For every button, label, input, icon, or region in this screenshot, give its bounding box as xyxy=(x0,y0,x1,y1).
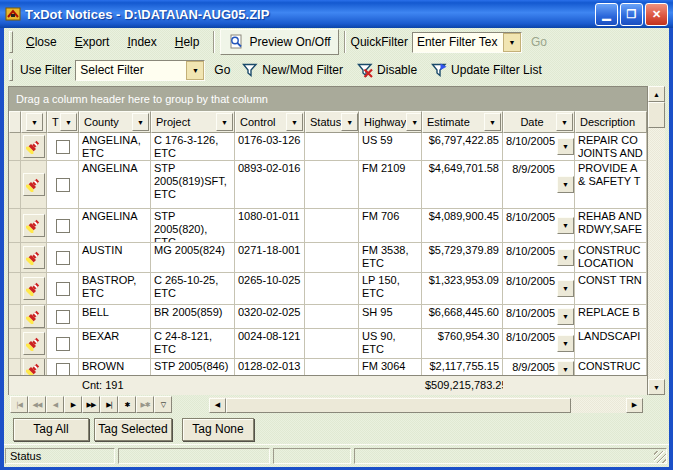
horizontal-scrollbar[interactable]: ◀ ▶ xyxy=(209,397,643,413)
date-dropdown-button[interactable]: ▼ xyxy=(557,335,574,352)
quickfilter-go-button[interactable]: Go xyxy=(531,35,547,49)
header-control[interactable]: Control▼ xyxy=(235,111,305,133)
header-highway[interactable]: Highway▼ xyxy=(359,111,422,133)
scroll-down-icon[interactable]: ▼ xyxy=(648,379,665,395)
update-filter-list-button[interactable]: Update Filter List xyxy=(431,62,542,78)
view-notice-button[interactable] xyxy=(23,305,45,328)
view-notice-button[interactable] xyxy=(23,214,45,237)
view-notice-button[interactable] xyxy=(23,359,45,375)
tag-checkbox[interactable] xyxy=(56,251,70,265)
nav-next-button[interactable]: ▶ xyxy=(64,396,82,413)
header-status[interactable]: Status▼ xyxy=(305,111,359,133)
tag-checkbox[interactable] xyxy=(56,282,70,296)
menu-index[interactable]: Index xyxy=(118,32,165,52)
chevron-down-icon[interactable]: ▼ xyxy=(132,113,149,131)
horizontal-scroll-thumb[interactable] xyxy=(226,398,571,413)
date-dropdown-button[interactable]: ▼ xyxy=(557,249,574,266)
date-dropdown-button[interactable]: ▼ xyxy=(557,217,574,234)
header-tag-column[interactable]: T▼ xyxy=(47,111,79,133)
chevron-down-icon[interactable]: ▼ xyxy=(484,113,501,131)
group-by-bar[interactable]: Drag a column header here to group by th… xyxy=(9,87,647,111)
scroll-left-icon[interactable]: ◀ xyxy=(209,398,226,413)
view-notice-button[interactable] xyxy=(23,246,45,269)
nav-filter-button[interactable]: ▽ xyxy=(154,396,172,413)
chevron-down-icon[interactable]: ▼ xyxy=(556,113,573,131)
view-notice-button[interactable] xyxy=(23,173,45,196)
table-row[interactable]: BELL BR 2005(859) 0320-02-025 SH 95 $6,6… xyxy=(9,305,647,329)
date-dropdown-button[interactable]: ▼ xyxy=(557,361,574,375)
tag-selected-button[interactable]: Tag Selected xyxy=(94,418,172,441)
table-row[interactable]: ANGELINA STP 2005(820), ETC 1080-01-011 … xyxy=(9,209,647,243)
scroll-up-icon[interactable]: ▲ xyxy=(648,86,665,102)
disable-filter-button[interactable]: Disable xyxy=(357,62,417,78)
nav-last-button[interactable]: ▶| xyxy=(100,396,118,413)
nav-next-page-button[interactable]: ▶▶ xyxy=(82,396,100,413)
date-dropdown-button[interactable]: ▼ xyxy=(557,280,574,297)
view-notice-button[interactable] xyxy=(23,332,45,355)
header-date[interactable]: Date▼ xyxy=(503,111,575,133)
chevron-down-icon[interactable]: ▼ xyxy=(26,113,43,131)
tag-checkbox[interactable] xyxy=(56,219,70,233)
chevron-down-icon[interactable]: ▼ xyxy=(286,113,303,131)
tag-checkbox[interactable] xyxy=(56,310,70,324)
menu-help[interactable]: Help xyxy=(166,32,209,52)
tag-checkbox[interactable] xyxy=(56,178,70,192)
header-description[interactable]: Description xyxy=(575,111,647,133)
header-county[interactable]: County▼ xyxy=(79,111,151,133)
chevron-down-icon[interactable]: ▼ xyxy=(341,113,358,131)
date-dropdown-button[interactable]: ▼ xyxy=(557,176,574,193)
filter-go-button[interactable]: Go xyxy=(214,63,230,77)
nav-bookmark-button[interactable]: ▶✱ xyxy=(136,396,154,413)
chevron-down-icon[interactable]: ▼ xyxy=(60,113,77,131)
menu-export[interactable]: Export xyxy=(66,32,119,52)
table-row[interactable]: BROWN STP 2005(846) 0128-02-013 FM 3064 … xyxy=(9,359,647,375)
nav-prior-button[interactable]: ◀ xyxy=(46,396,64,413)
status-text: Status xyxy=(10,450,41,462)
toolbar-gripper[interactable] xyxy=(9,59,13,81)
tag-none-button[interactable]: Tag None xyxy=(182,418,254,441)
table-row[interactable]: BASTROP, ETC C 265-10-25, ETC 0265-10-02… xyxy=(9,273,647,305)
table-row[interactable]: BEXAR C 24-8-121, ETC 0024-08-121 US 90,… xyxy=(9,329,647,359)
chevron-down-icon[interactable]: ▼ xyxy=(216,113,233,131)
header-view-column[interactable]: ▼ xyxy=(21,111,47,133)
header-estimate[interactable]: Estimate▼ xyxy=(422,111,503,133)
scroll-right-icon[interactable]: ▶ xyxy=(626,398,643,413)
resize-grip[interactable] xyxy=(654,451,666,463)
group-by-hint: Drag a column header here to group by th… xyxy=(16,93,268,105)
close-button[interactable]: ✕ xyxy=(645,3,668,26)
vertical-scroll-thumb[interactable] xyxy=(648,102,665,128)
menu-close[interactable]: Close xyxy=(17,32,66,52)
tag-checkbox[interactable] xyxy=(56,363,70,376)
tag-cell xyxy=(47,329,79,359)
table-row[interactable]: ANGELINA STP 2005(819)SFT, ETC 0893-02-0… xyxy=(9,161,647,209)
header-project[interactable]: Project▼ xyxy=(151,111,235,133)
table-row[interactable]: ANGELINA, ETC C 176-3-126, ETC 0176-03-1… xyxy=(9,133,647,161)
tag-checkbox[interactable] xyxy=(56,140,70,154)
maximize-button[interactable]: ❒ xyxy=(620,3,643,26)
view-notice-button[interactable] xyxy=(23,277,45,300)
nav-prior-page-button[interactable]: ◀◀ xyxy=(28,396,46,413)
cell-highway: FM 3064 xyxy=(359,359,422,375)
table-row[interactable]: AUSTIN MG 2005(824) 0271-18-001 FM 3538,… xyxy=(9,243,647,273)
date-dropdown-button[interactable]: ▼ xyxy=(557,308,574,325)
new-mod-filter-button[interactable]: New/Mod Filter xyxy=(242,62,343,78)
view-notice-button[interactable] xyxy=(23,135,45,158)
nav-first-button[interactable]: |◀ xyxy=(10,396,28,413)
row-view-cell xyxy=(21,161,47,209)
vertical-scroll-track[interactable] xyxy=(648,128,665,379)
quickfilter-combo[interactable]: Enter Filter Tex ▼ xyxy=(412,32,522,53)
preview-toggle-button[interactable]: Preview On/Off xyxy=(220,29,338,55)
tag-all-button[interactable]: Tag All xyxy=(13,418,89,441)
chevron-down-icon[interactable]: ▼ xyxy=(186,61,204,80)
date-dropdown-button[interactable]: ▼ xyxy=(557,138,574,155)
tag-checkbox[interactable] xyxy=(56,337,70,351)
chevron-down-icon[interactable]: ▼ xyxy=(406,113,422,131)
nav-refresh-button[interactable]: ✱ xyxy=(118,396,136,413)
cell-description: REPLACE B xyxy=(575,305,647,329)
minimize-button[interactable]: ▁ xyxy=(595,3,618,26)
toolbar-gripper[interactable] xyxy=(9,31,13,53)
vertical-scrollbar[interactable]: ▲ ▼ xyxy=(648,86,665,395)
filter-select-combo[interactable]: Select Filter ▼ xyxy=(75,60,205,81)
chevron-down-icon: ▼ xyxy=(562,366,569,373)
chevron-down-icon[interactable]: ▼ xyxy=(503,33,521,52)
